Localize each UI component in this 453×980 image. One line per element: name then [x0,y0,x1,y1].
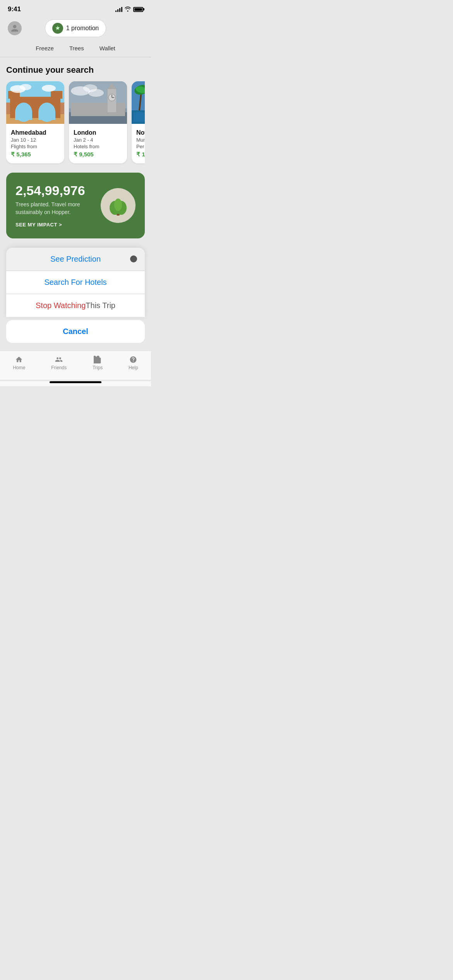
nav-friends[interactable]: Friends [51,356,67,370]
user-icon [10,24,19,33]
trees-banner[interactable]: 2,54,99,976 Trees planted. Travel more s… [6,173,145,238]
section-title: Continue your search [6,65,145,75]
tree-icon [106,194,130,217]
trips-icon [94,356,101,363]
card-novotel[interactable]: Novotel Mu Mumbai, Mahara Per night ₹ 13… [132,81,145,163]
nav-friends-label: Friends [51,365,67,370]
card-ahmedabad[interactable]: Ahmedabad Jan 10 - 12 Flights from ₹ 5,3… [6,81,64,163]
see-prediction-label: See Prediction [50,255,101,264]
svg-rect-8 [38,112,55,120]
svg-point-12 [20,84,31,90]
card-image-ahmedabad [6,81,64,124]
home-indicator [50,381,101,383]
home-icon [15,356,23,363]
action-sheet-main: See Prediction Search For Hotels Stop Wa… [6,248,145,317]
card-image-london [69,81,127,124]
signal-icon [115,7,122,12]
card-body-ahmedabad: Ahmedabad Jan 10 - 12 Flights from ₹ 5,3… [6,125,64,163]
friends-icon [55,356,63,363]
svg-rect-6 [15,112,32,120]
this-trip-label: This Trip [86,301,115,310]
nav-home-label: Home [13,365,25,370]
svg-rect-38 [134,112,145,122]
status-time: 9:41 [8,5,21,13]
stop-watching-button[interactable]: Stop Watching This Trip [6,294,145,317]
card-price-london: ₹ 9,505 [74,151,122,158]
card-price-ahmedabad: ₹ 5,365 [11,151,60,158]
search-hotels-label: Search For Hotels [44,278,106,287]
card-body-novotel: Novotel Mu Mumbai, Mahara Per night ₹ 13… [132,125,145,163]
dot-indicator [130,255,137,262]
action-sheet-container: See Prediction Search For Hotels Stop Wa… [6,248,145,343]
svg-point-13 [42,85,56,92]
stop-watching-label: Stop Watching [36,301,86,310]
trees-info: 2,54,99,976 Trees planted. Travel more s… [15,183,101,228]
card-date-london: Jan 2 - 4 [74,137,122,143]
svg-point-25 [88,89,104,97]
nav-home[interactable]: Home [13,356,25,370]
status-icons [115,6,143,13]
nav-trees[interactable]: Trees [69,45,84,51]
nav-trips[interactable]: Trips [93,356,103,370]
nav-help-label: Help [129,365,138,370]
nav-trips-label: Trips [93,365,103,370]
card-type-london: Hotels from [74,144,122,149]
see-prediction-button[interactable]: See Prediction [6,248,145,271]
card-price-novotel: ₹ 13,391 [136,151,145,158]
card-date-novotel: Mumbai, Mahara [136,137,145,143]
card-city-novotel: Novotel Mu [136,129,145,136]
battery-icon [133,7,143,12]
nav-wallet[interactable]: Wallet [100,45,115,51]
avatar[interactable] [8,21,22,35]
nav-links: Freeze Trees Wallet [0,42,151,57]
search-hotels-button[interactable]: Search For Hotels [6,271,145,294]
help-icon [129,356,137,363]
nav-help[interactable]: Help [129,356,138,370]
card-image-novotel [132,81,145,124]
card-date-ahmedabad: Jan 10 - 12 [11,137,60,143]
header: 1 promotion [0,16,151,42]
promo-badge[interactable]: 1 promotion [45,19,106,37]
search-cards-row[interactable]: Ahmedabad Jan 10 - 12 Flights from ₹ 5,3… [6,81,145,165]
promo-text: 1 promotion [66,25,99,32]
card-city-ahmedabad: Ahmedabad [11,129,60,136]
status-bar: 9:41 [0,0,151,16]
home-indicator-container [0,381,151,386]
svg-rect-17 [71,103,125,116]
action-sheet-cancel: Cancel [6,320,145,343]
tree-graphic [101,188,136,223]
wifi-icon [125,6,131,13]
trees-cta[interactable]: SEE MY IMPACT > [15,222,101,228]
trees-count: 2,54,99,976 [15,183,101,198]
bottom-nav: Home Friends Trips Help [0,351,151,380]
trees-desc: Trees planted. Travel more sustainably o… [15,201,101,216]
card-london[interactable]: London Jan 2 - 4 Hotels from ₹ 9,505 [69,81,127,163]
card-type-novotel: Per night [136,144,145,149]
card-type-ahmedabad: Flights from [11,144,60,149]
promo-icon [52,23,63,34]
svg-point-47 [114,199,122,211]
card-city-london: London [74,129,122,136]
cancel-button[interactable]: Cancel [6,320,145,343]
nav-freeze[interactable]: Freeze [36,45,54,51]
main-content: Continue your search [0,57,151,351]
card-body-london: London Jan 2 - 4 Hotels from ₹ 9,505 [69,125,127,163]
svg-rect-10 [51,91,62,99]
